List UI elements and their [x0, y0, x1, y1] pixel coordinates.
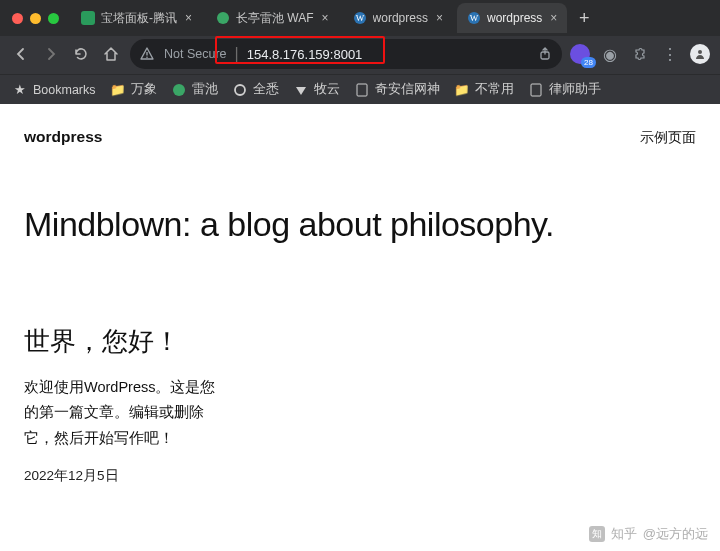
- maximize-window-button[interactable]: [48, 13, 59, 24]
- tab-close-icon[interactable]: ×: [434, 11, 445, 25]
- svg-point-11: [235, 85, 245, 95]
- folder-icon: 📁: [454, 82, 470, 98]
- tab-title: wordpress: [373, 11, 428, 25]
- post-excerpt: 欢迎使用WordPress。这是您的第一篇文章。编辑或删除它，然后开始写作吧！: [24, 375, 224, 451]
- browser-tab[interactable]: W wordpress ×: [343, 3, 453, 33]
- browser-toolbar: Not Secure | 154.8.176.159:8001 ◉ ⋮: [0, 36, 720, 74]
- tab-title: wordpress: [487, 11, 542, 25]
- bookmark-label: 万象: [131, 81, 157, 98]
- divider: |: [235, 45, 239, 63]
- forward-button[interactable]: [40, 43, 62, 65]
- favicon-wordpress-icon: W: [467, 11, 481, 25]
- hero-heading: Mindblown: a blog about philosophy.: [24, 205, 696, 244]
- share-icon[interactable]: [538, 47, 552, 61]
- tab-strip: 宝塔面板-腾讯 × 长亭雷池 WAF × W wordpress × W wor…: [0, 0, 720, 36]
- post-date: 2022年12月5日: [24, 467, 696, 485]
- tab-title: 宝塔面板-腾讯: [101, 10, 177, 27]
- favicon-changting-icon: [171, 82, 187, 98]
- site-header: wordpress 示例页面: [24, 128, 696, 147]
- post-title[interactable]: 世界，您好！: [24, 324, 696, 359]
- bookmark-item[interactable]: 奇安信网神: [354, 81, 440, 98]
- extensions-puzzle-icon[interactable]: [630, 44, 650, 64]
- extension-icons: ◉ ⋮: [570, 44, 710, 64]
- tab-close-icon[interactable]: ×: [548, 11, 559, 25]
- folder-icon: 📁: [110, 82, 126, 98]
- ring-icon: [232, 82, 248, 98]
- back-button[interactable]: [10, 43, 32, 65]
- folding-fan-icon: [293, 82, 309, 98]
- menu-dots-icon[interactable]: ⋮: [660, 44, 680, 64]
- not-secure-icon: [140, 47, 156, 61]
- reload-button[interactable]: [70, 43, 92, 65]
- page-icon: [354, 82, 370, 98]
- favicon-wordpress-icon: W: [353, 11, 367, 25]
- close-window-button[interactable]: [12, 13, 23, 24]
- extension-video-icon[interactable]: ◉: [600, 44, 620, 64]
- profile-avatar-icon[interactable]: [690, 44, 710, 64]
- bookmark-label: 全悉: [253, 81, 279, 98]
- bookmark-label: 奇安信网神: [375, 81, 440, 98]
- bookmark-item[interactable]: 全悉: [232, 81, 279, 98]
- bookmark-folder[interactable]: 📁 不常用: [454, 81, 514, 98]
- bookmark-item[interactable]: 雷池: [171, 81, 218, 98]
- bookmarks-menu[interactable]: ★ Bookmarks: [12, 82, 96, 98]
- minimize-window-button[interactable]: [30, 13, 41, 24]
- svg-rect-0: [81, 11, 95, 25]
- zhihu-logo-icon: 知: [589, 526, 605, 542]
- page-content: wordpress 示例页面 Mindblown: a blog about p…: [0, 104, 720, 551]
- watermark: 知 知乎 @远方的远: [589, 525, 708, 543]
- svg-rect-13: [531, 84, 541, 96]
- tab-close-icon[interactable]: ×: [183, 11, 194, 25]
- watermark-brand: 知乎: [611, 525, 637, 543]
- bookmark-folder[interactable]: 📁 万象: [110, 81, 157, 98]
- bookmark-label: 律师助手: [549, 81, 601, 98]
- svg-text:W: W: [470, 13, 479, 23]
- svg-point-7: [146, 57, 148, 59]
- address-bar[interactable]: Not Secure | 154.8.176.159:8001: [130, 39, 562, 69]
- browser-chrome: 宝塔面板-腾讯 × 长亭雷池 WAF × W wordpress × W wor…: [0, 0, 720, 104]
- svg-point-1: [217, 12, 229, 24]
- bookmark-label: Bookmarks: [33, 83, 96, 97]
- bookmark-item[interactable]: 牧云: [293, 81, 340, 98]
- tab-close-icon[interactable]: ×: [320, 11, 331, 25]
- browser-tab-active[interactable]: W wordpress ×: [457, 3, 567, 33]
- svg-point-10: [173, 84, 185, 96]
- home-button[interactable]: [100, 43, 122, 65]
- browser-tab[interactable]: 长亭雷池 WAF ×: [206, 3, 339, 33]
- svg-point-9: [698, 50, 702, 54]
- favicon-bt-icon: [81, 11, 95, 25]
- svg-rect-12: [357, 84, 367, 96]
- watermark-user: @远方的远: [643, 525, 708, 543]
- star-icon: ★: [12, 82, 28, 98]
- page-icon: [528, 82, 544, 98]
- bookmarks-bar: ★ Bookmarks 📁 万象 雷池 全悉 牧云 奇安信网神 📁 不常用: [0, 74, 720, 104]
- not-secure-label: Not Secure: [164, 47, 227, 61]
- nav-link-sample-page[interactable]: 示例页面: [640, 129, 696, 147]
- bookmark-item[interactable]: 律师助手: [528, 81, 601, 98]
- tab-title: 长亭雷池 WAF: [236, 10, 314, 27]
- bookmark-label: 牧云: [314, 81, 340, 98]
- browser-tab[interactable]: 宝塔面板-腾讯 ×: [71, 3, 202, 33]
- bookmark-label: 不常用: [475, 81, 514, 98]
- site-title[interactable]: wordpress: [24, 128, 102, 146]
- window-controls: [6, 13, 67, 24]
- favicon-changting-icon: [216, 11, 230, 25]
- svg-text:W: W: [355, 13, 364, 23]
- bookmark-label: 雷池: [192, 81, 218, 98]
- extension-purple-icon[interactable]: [570, 44, 590, 64]
- url-text: 154.8.176.159:8001: [247, 47, 363, 62]
- new-tab-button[interactable]: +: [571, 5, 597, 31]
